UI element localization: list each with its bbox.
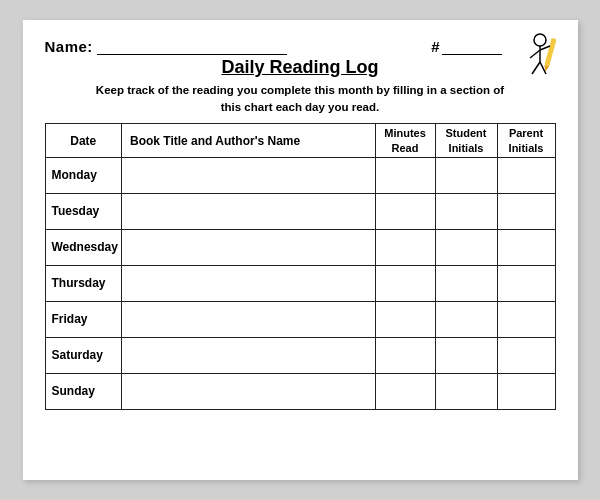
data-cell[interactable]: [497, 193, 555, 229]
data-cell[interactable]: [121, 337, 375, 373]
data-cell[interactable]: [435, 265, 497, 301]
th-parent-initials: ParentInitials: [497, 124, 555, 158]
svg-line-5: [540, 46, 550, 50]
table-row: Saturday: [45, 337, 555, 373]
data-cell[interactable]: [497, 229, 555, 265]
data-cell[interactable]: [375, 373, 435, 409]
data-cell[interactable]: [435, 301, 497, 337]
day-cell: Friday: [45, 301, 121, 337]
page-subtitle: Keep track of the reading you complete t…: [45, 82, 556, 115]
data-cell[interactable]: [497, 373, 555, 409]
th-date: Date: [45, 124, 121, 158]
figure-decoration: [520, 30, 564, 84]
table-row: Monday: [45, 157, 555, 193]
hash-section: #: [431, 38, 501, 55]
data-cell[interactable]: [497, 301, 555, 337]
data-cell[interactable]: [435, 373, 497, 409]
th-book: Book Title and Author's Name: [121, 124, 375, 158]
page: Name: # Daily Reading Log Keep tra: [23, 20, 578, 480]
data-cell[interactable]: [375, 229, 435, 265]
data-cell[interactable]: [121, 157, 375, 193]
day-cell: Wednesday: [45, 229, 121, 265]
data-cell[interactable]: [497, 157, 555, 193]
th-minutes: MinutesRead: [375, 124, 435, 158]
svg-point-2: [534, 34, 546, 46]
data-cell[interactable]: [375, 301, 435, 337]
day-cell: Tuesday: [45, 193, 121, 229]
name-label: Name:: [45, 38, 93, 55]
data-cell[interactable]: [121, 373, 375, 409]
data-cell[interactable]: [375, 337, 435, 373]
table-row: Tuesday: [45, 193, 555, 229]
data-cell[interactable]: [375, 265, 435, 301]
data-cell[interactable]: [121, 193, 375, 229]
svg-line-4: [530, 50, 540, 58]
data-cell[interactable]: [435, 229, 497, 265]
th-student-initials: StudentInitials: [435, 124, 497, 158]
day-cell: Saturday: [45, 337, 121, 373]
data-cell[interactable]: [375, 193, 435, 229]
header-row: Name: #: [45, 38, 556, 55]
table-row: Wednesday: [45, 229, 555, 265]
table-row: Thursday: [45, 265, 555, 301]
data-cell[interactable]: [121, 229, 375, 265]
table-row: Sunday: [45, 373, 555, 409]
data-cell[interactable]: [121, 301, 375, 337]
day-cell: Sunday: [45, 373, 121, 409]
day-cell: Monday: [45, 157, 121, 193]
hash-underline: [442, 54, 502, 55]
data-cell[interactable]: [375, 157, 435, 193]
table-row: Friday: [45, 301, 555, 337]
day-cell: Thursday: [45, 265, 121, 301]
data-cell[interactable]: [497, 265, 555, 301]
svg-line-6: [532, 62, 540, 74]
data-cell[interactable]: [435, 193, 497, 229]
data-cell[interactable]: [121, 265, 375, 301]
hash-symbol: #: [431, 38, 439, 55]
name-underline: [97, 54, 287, 55]
page-title: Daily Reading Log: [45, 57, 556, 78]
reading-log-table: Date Book Title and Author's Name Minute…: [45, 123, 556, 410]
data-cell[interactable]: [435, 157, 497, 193]
data-cell[interactable]: [435, 337, 497, 373]
data-cell[interactable]: [497, 337, 555, 373]
